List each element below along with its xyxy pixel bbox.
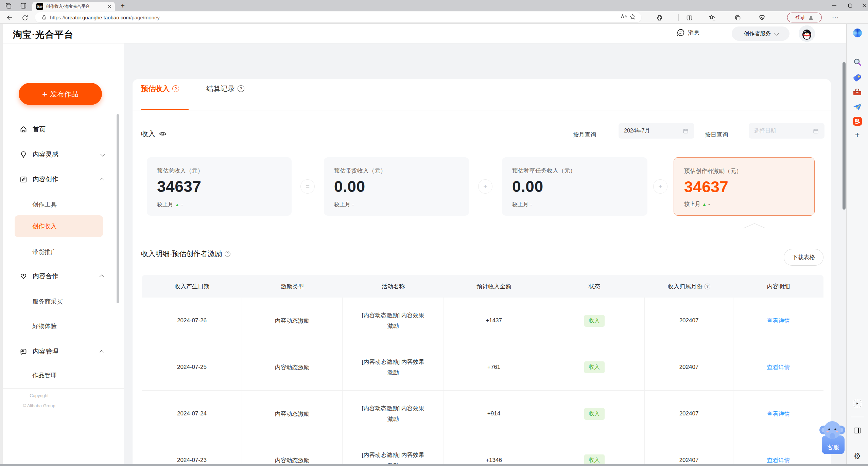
query-by-day-label: 按日查询 bbox=[705, 131, 728, 139]
messages-button[interactable]: 消息 bbox=[676, 28, 699, 37]
status-badge: 收入 bbox=[584, 408, 605, 420]
profile-card-icon bbox=[19, 347, 28, 356]
selected-card-notch bbox=[744, 223, 765, 230]
send-icon[interactable] bbox=[852, 102, 863, 112]
sidebar-item-creation[interactable]: 内容创作 bbox=[10, 168, 117, 190]
sidebar-scrollbar[interactable] bbox=[117, 114, 119, 303]
month-picker-input[interactable]: 2024年7月 bbox=[619, 123, 694, 139]
screenshot-icon[interactable]: ✂ bbox=[852, 398, 863, 409]
maximize-button[interactable] bbox=[845, 1, 855, 10]
back-icon[interactable] bbox=[5, 13, 14, 22]
trend-up-icon: ▲ bbox=[175, 202, 179, 207]
search-icon[interactable] bbox=[852, 57, 863, 67]
address-bar[interactable]: https://creator.guanghe.taobao.com/page/… bbox=[35, 12, 641, 22]
calendar-icon bbox=[813, 128, 819, 134]
status-badge: 收入 bbox=[584, 361, 605, 373]
income-detail-table: 收入产生日期 激励类型 活动名称 预计收入金额 状态 收入归属月份? 内容明细 … bbox=[142, 275, 823, 464]
help-icon[interactable]: ? bbox=[238, 85, 244, 92]
view-detail-link[interactable]: 查看详情 bbox=[767, 363, 790, 371]
page-scrollbar[interactable] bbox=[843, 62, 846, 210]
table-row: 2024-07-23 内容动态激励 [内容动态激励] 内容效果激励 +1346 … bbox=[142, 437, 823, 464]
help-icon[interactable]: ? bbox=[705, 284, 710, 289]
toolbox-icon[interactable] bbox=[852, 87, 863, 97]
trend-up-icon: ▲ bbox=[702, 202, 707, 207]
site-logo: 淘宝·光合平台 bbox=[13, 29, 73, 41]
detail-section-title: 收入明细-预估创作者激励 ? bbox=[141, 249, 230, 258]
eye-icon[interactable] bbox=[159, 130, 167, 138]
customer-service-button[interactable]: 客服 bbox=[819, 418, 846, 456]
sidebar-item-cooperation[interactable]: 内容合作 bbox=[10, 265, 117, 287]
split-screen-icon[interactable] bbox=[852, 425, 863, 435]
heart-hands-icon bbox=[19, 272, 28, 280]
new-tab-button[interactable]: + bbox=[118, 2, 127, 11]
tab-estimated-income[interactable]: 预估收入 ? bbox=[141, 83, 179, 95]
site-favicon: 光合 bbox=[36, 3, 43, 10]
web-page: 淘宝·光合平台 消息 创作者服务 bbox=[3, 24, 846, 464]
collections-icon[interactable] bbox=[733, 13, 742, 22]
calendar-icon bbox=[682, 128, 689, 134]
table-row: 2024-07-26 内容动态激励 [内容动态激励] 内容效果激励 +1437 … bbox=[142, 298, 823, 344]
tabs-divider bbox=[133, 110, 831, 110]
sidebar-item-service-purchase[interactable]: 服务商采买 bbox=[15, 291, 103, 312]
tab-strip: 光合 创作收入-淘宝光合平台 + bbox=[0, 0, 868, 11]
section-divider bbox=[142, 228, 823, 228]
date-picker-input[interactable]: 选择日期 bbox=[749, 123, 824, 139]
publish-button[interactable]: + 发布作品 bbox=[19, 83, 102, 105]
status-badge: 收入 bbox=[584, 315, 605, 327]
workspaces-icon[interactable] bbox=[5, 2, 12, 10]
sidebar-divider bbox=[851, 417, 864, 417]
tab-settlement-record[interactable]: 结算记录 ? bbox=[206, 83, 244, 95]
lightbulb-icon bbox=[19, 150, 28, 159]
read-aloud-icon[interactable] bbox=[620, 13, 629, 22]
download-table-button[interactable]: 下载表格 bbox=[784, 249, 823, 266]
table-header-row: 收入产生日期 激励类型 活动名称 预计收入金额 状态 收入归属月份? 内容明细 bbox=[142, 275, 823, 298]
creator-service-dropdown[interactable]: 创作者服务 bbox=[732, 26, 789, 41]
favorite-star-icon[interactable] bbox=[629, 13, 641, 22]
plus-operator: + bbox=[653, 179, 667, 194]
site-sidebar: + 发布作品 首页 内容灵感 内容创作 创作工具 创作收入 bbox=[3, 43, 124, 464]
split-screen-icon[interactable] bbox=[684, 13, 694, 22]
sidebar-item-works-management[interactable]: 作品管理 bbox=[15, 364, 103, 386]
equals-operator: = bbox=[300, 179, 315, 194]
elephant-mascot-icon bbox=[819, 418, 846, 440]
browser-essentials-icon[interactable] bbox=[757, 13, 767, 22]
help-icon[interactable]: ? bbox=[172, 85, 179, 92]
stat-card-total-income: 预估总收入（元） 34637 较上月▲- bbox=[147, 157, 292, 216]
sidebar-item-promotion[interactable]: 带货推广 bbox=[15, 241, 103, 263]
sidebar-item-creation-tools[interactable]: 创作工具 bbox=[15, 194, 103, 215]
stat-card-sales-income: 预估带货收入（元） 0.00 较上月- bbox=[324, 157, 469, 216]
extensions-icon[interactable] bbox=[655, 13, 664, 22]
add-icon[interactable]: + bbox=[852, 130, 863, 140]
settings-gear-icon[interactable]: ⚙ bbox=[852, 451, 863, 461]
tab-actions-icon[interactable] bbox=[20, 2, 27, 10]
status-badge: 收入 bbox=[584, 454, 605, 464]
favorites-bar-icon[interactable] bbox=[708, 13, 717, 22]
close-button[interactable] bbox=[859, 1, 868, 10]
view-detail-link[interactable]: 查看详情 bbox=[767, 317, 790, 325]
table-row: 2024-07-24 内容动态激励 [内容动态激励] 内容效果激励 +914 收… bbox=[142, 391, 823, 437]
refresh-icon[interactable] bbox=[20, 13, 30, 22]
shopping-icon[interactable] bbox=[852, 72, 863, 83]
login-button[interactable]: 登录 bbox=[787, 13, 822, 22]
browser-tab[interactable]: 光合 创作收入-淘宝光合平台 bbox=[32, 2, 115, 11]
help-icon[interactable]: ? bbox=[225, 251, 230, 257]
view-detail-link[interactable]: 查看详情 bbox=[767, 456, 790, 464]
sidebar-item-management[interactable]: 内容管理 bbox=[10, 341, 117, 362]
sidebar-item-creation-income[interactable]: 创作收入 bbox=[15, 215, 103, 237]
sidebar-item-product-trial[interactable]: 好物体验 bbox=[15, 315, 103, 337]
sidebar-item-home[interactable]: 首页 bbox=[10, 119, 117, 140]
stat-card-task-income: 预估种草任务收入（元） 0.00 较上月- bbox=[502, 157, 647, 216]
stat-card-creator-incentive[interactable]: 预估创作者激励（元） 34637 较上月▲- bbox=[674, 157, 815, 216]
copilot-icon[interactable] bbox=[852, 28, 863, 38]
chevron-down-icon bbox=[774, 31, 779, 35]
minimize-button[interactable] bbox=[829, 1, 839, 10]
view-detail-link[interactable]: 查看详情 bbox=[767, 410, 790, 418]
tab-close-icon[interactable] bbox=[107, 4, 112, 9]
sidebar-divider bbox=[3, 388, 124, 389]
sidebar-item-inspiration[interactable]: 内容灵感 bbox=[10, 144, 117, 165]
browser-window: 光合 创作收入-淘宝光合平台 + https://creator.guanghe… bbox=[0, 0, 868, 466]
kuaishou-icon[interactable] bbox=[852, 116, 863, 126]
avatar[interactable] bbox=[799, 25, 815, 42]
income-panel: 预估收入 ? 结算记录 ? 收入 按月查询 2024年7月 按日查询 选择日期 bbox=[133, 79, 831, 464]
settings-more-icon[interactable]: ⋯ bbox=[831, 13, 840, 22]
